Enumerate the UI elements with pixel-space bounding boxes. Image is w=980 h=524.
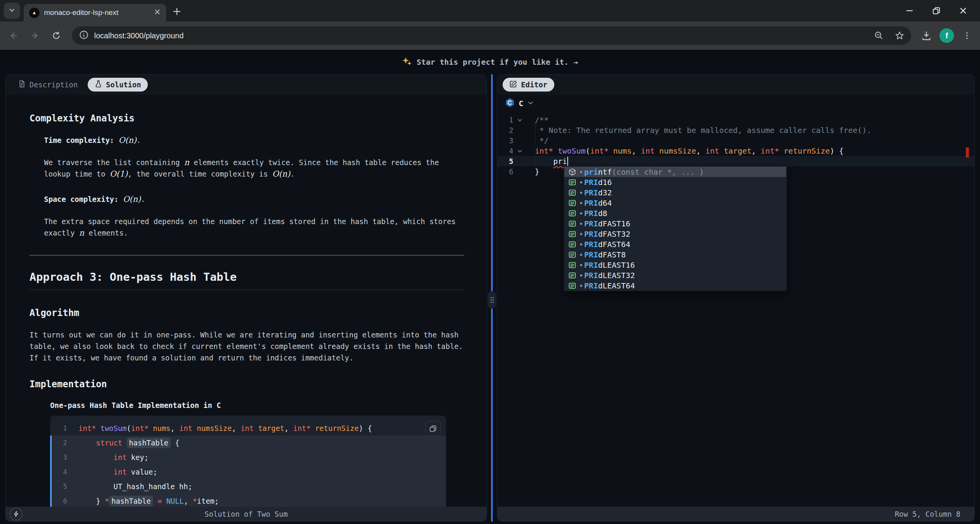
sparkles-icon [402,56,412,68]
banner-text: Star this project if you like it. [416,57,568,67]
suggestion-item[interactable]: •PRId8 [564,208,786,218]
code-line: 1int* twoSum(int* nums, int numsSize, in… [50,421,446,436]
code-line-highlighted: 2 struct hashTable { [50,436,446,450]
symbol-field-icon [567,220,577,228]
section-divider [29,255,464,256]
suggestion-item[interactable]: •PRIdLEAST64 [564,280,786,291]
space-complexity-text: Space complexity: O(n). [44,193,464,205]
editor-current-line[interactable]: 5 pri [497,156,974,166]
problem-status-bar: Solution of Two Sum [6,507,487,521]
restore-button[interactable] [929,3,944,18]
lightning-button[interactable] [10,508,23,521]
tab-close-icon[interactable] [154,8,161,17]
solution-article: Complexity Analysis Time complexity: O(n… [6,95,487,507]
algorithm-paragraph: It turns out we can do it in one-pass. W… [29,329,464,364]
close-button[interactable] [956,3,971,18]
suggestion-item[interactable]: •PRIdLEAST16 [564,260,786,270]
symbol-field-icon [567,178,577,186]
editor-line[interactable]: 3 */ [497,135,974,146]
tab-editor[interactable]: Editor [503,78,554,92]
divider-grip-handle[interactable] [488,291,496,309]
url-text[interactable]: localhost:3000/playground [94,31,866,40]
suggestion-item[interactable]: •printf(const char *, ... ) [564,167,786,177]
tab-title: monaco-editor-lsp-next [44,8,149,17]
code-line-highlighted: 4 int value; [50,465,446,479]
text-cursor [567,157,568,166]
edit-pencil-icon [510,80,517,89]
suggestion-item[interactable]: •PRIdFAST64 [564,239,786,249]
editor-panel-tabs: Editor [497,75,974,95]
browser-tab-strip: ▲ monaco-editor-lsp-next [0,0,980,21]
tab-description[interactable]: Description [11,78,85,92]
implementation-heading: Implementation [29,379,464,390]
suggestion-item[interactable]: •PRIdFAST16 [564,218,786,229]
overview-error-marker [966,147,969,157]
new-tab-button[interactable] [172,7,181,18]
complexity-heading: Complexity Analysis [29,113,464,124]
zoom-out-icon[interactable] [871,28,887,43]
symbol-field-icon [567,282,577,290]
editor-line[interactable]: 2 * Note: The returned array must be mal… [497,125,974,135]
symbol-field-icon [567,189,577,196]
chevron-down-icon [8,7,15,15]
banner-arrow-icon: → [573,57,578,67]
browser-menu-icon[interactable] [959,28,975,43]
editor-panel: Editor C 1 /** [497,74,975,522]
minimize-button[interactable] [902,3,917,18]
code-line-highlighted: 3 int key; [50,450,446,465]
fold-chevron-icon[interactable] [513,148,526,154]
problem-panel: Description Solution Complexity Analysis… [5,74,487,522]
forward-button[interactable] [27,28,43,44]
suggestion-item[interactable]: •PRIdFAST32 [564,229,786,239]
profile-avatar[interactable]: f [939,28,954,43]
document-icon [18,80,26,89]
language-selector[interactable]: C [497,95,974,112]
suggestion-item[interactable]: •PRId32 [564,187,786,198]
panel-resize-divider[interactable] [487,74,497,522]
symbol-field-icon [567,272,577,279]
fold-chevron-icon[interactable] [513,117,526,123]
chevron-down-icon [527,99,534,108]
bookmark-star-icon[interactable] [892,28,907,43]
cursor-position-label: Row 5, Column 8 [895,510,960,518]
symbol-field-icon [567,241,577,248]
editor-status-bar: Row 5, Column 8 [497,507,974,521]
tab-solution[interactable]: Solution [88,78,148,92]
suggestion-item[interactable]: •PRIdFAST8 [564,249,786,260]
symbol-field-icon [567,230,577,238]
symbol-field-icon [567,251,577,259]
back-button[interactable] [5,28,21,44]
code-caption: One-pass Hash Table Implementation in C [50,401,464,409]
autocomplete-popup: •printf(const char *, ... ) •PRId16 •PRI… [564,166,787,291]
monaco-editor[interactable]: 1 /** 2 * Note: The returned array must … [497,112,974,507]
c-language-icon [505,98,515,109]
code-line-highlighted: 5 UT_hash_handle hh; [50,479,446,494]
flask-icon [95,80,102,89]
solution-code-block: 1int* twoSum(int* nums, int numsSize, in… [50,416,446,507]
symbol-field-icon [567,199,577,207]
reload-button[interactable] [48,28,64,44]
tab-search-button[interactable] [4,3,20,19]
suggestion-item[interactable]: •PRId64 [564,198,786,208]
browser-toolbar: localhost:3000/playground f [0,21,980,50]
site-info-icon[interactable] [79,30,89,41]
star-project-banner[interactable]: Star this project if you like it. → [0,50,980,74]
symbol-function-icon [567,168,577,176]
traverse-paragraph: We traverse the list containing n elemen… [44,157,464,180]
symbol-field-icon [567,210,577,217]
tab-description-label: Description [29,80,78,89]
browser-tab[interactable]: ▲ monaco-editor-lsp-next [24,4,166,21]
problem-status-label: Solution of Two Sum [204,510,287,518]
suggestion-item[interactable]: •PRIdLEAST32 [564,270,786,280]
site-favicon: ▲ [29,8,39,18]
problem-panel-tabs: Description Solution [6,75,487,95]
download-icon[interactable] [919,28,934,43]
address-bar[interactable]: localhost:3000/playground [72,26,911,45]
editor-line[interactable]: 1 /** [497,115,974,125]
editor-line[interactable]: 4 int* twoSum(int* nums, int numsSize, i… [497,146,974,156]
suggestion-item[interactable]: •PRId16 [564,177,786,187]
code-line-highlighted: 6 } *hashTable = NULL, *item; [50,494,446,507]
algorithm-heading: Algorithm [29,308,464,318]
copy-code-button[interactable] [425,421,441,436]
time-complexity-text: Time complexity: O(n). [44,134,464,146]
